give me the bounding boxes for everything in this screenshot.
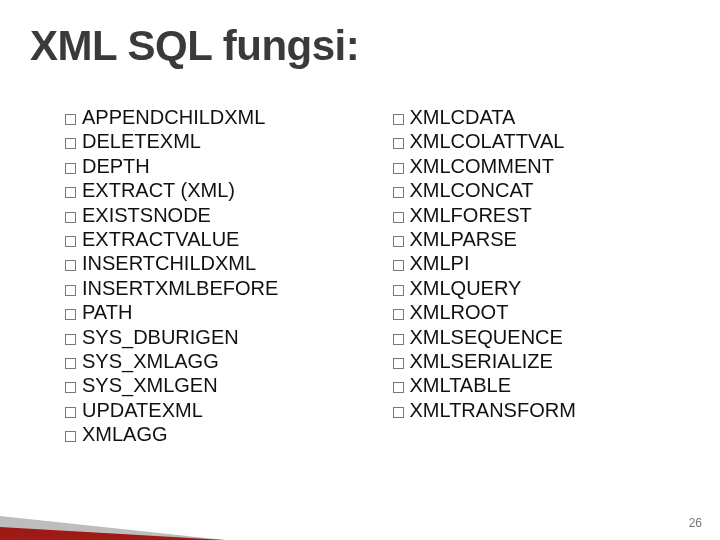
list-item: XMLAGG (65, 422, 353, 446)
list-item-label: EXTRACTVALUE (82, 228, 239, 250)
list-item-label: XMLCOMMENT (410, 155, 554, 177)
bullet-icon (65, 407, 76, 418)
right-column: XMLCDATA XMLCOLATTVAL XMLCOMMENT XMLCONC… (393, 105, 681, 446)
list-item-label: EXISTSNODE (82, 204, 211, 226)
list-item-label: SYS_XMLGEN (82, 374, 218, 396)
list-item: XMLCOLATTVAL (393, 129, 681, 153)
bullet-icon (393, 334, 404, 345)
bullet-icon (393, 285, 404, 296)
bullet-icon (65, 260, 76, 271)
list-item: XMLCOMMENT (393, 154, 681, 178)
list-item-label: XMLAGG (82, 423, 168, 445)
list-item: XMLFOREST (393, 203, 681, 227)
list-item: DELETEXML (65, 129, 353, 153)
content-columns: APPENDCHILDXML DELETEXML DEPTH EXTRACT (… (65, 105, 680, 446)
decorative-wedge-red (0, 527, 225, 540)
list-item: UPDATEXML (65, 398, 353, 422)
list-item-label: XMLFOREST (410, 204, 532, 226)
list-item-label: XMLCONCAT (410, 179, 534, 201)
list-item: DEPTH (65, 154, 353, 178)
list-item: XMLSERIALIZE (393, 349, 681, 373)
bullet-icon (393, 382, 404, 393)
bullet-icon (393, 358, 404, 369)
bullet-icon (65, 382, 76, 393)
list-item: INSERTXMLBEFORE (65, 276, 353, 300)
list-item: EXTRACT (XML) (65, 178, 353, 202)
bullet-icon (393, 407, 404, 418)
list-item: EXTRACTVALUE (65, 227, 353, 251)
bullet-icon (393, 212, 404, 223)
list-item-label: XMLCDATA (410, 106, 516, 128)
bullet-icon (393, 114, 404, 125)
bullet-icon (65, 212, 76, 223)
bullet-icon (65, 138, 76, 149)
left-column: APPENDCHILDXML DELETEXML DEPTH EXTRACT (… (65, 105, 353, 446)
list-item-label: DELETEXML (82, 130, 201, 152)
bullet-icon (65, 236, 76, 247)
bullet-icon (65, 309, 76, 320)
slide: XML SQL fungsi: APPENDCHILDXML DELETEXML… (0, 0, 720, 540)
list-item: SYS_XMLAGG (65, 349, 353, 373)
bullet-icon (65, 285, 76, 296)
bullet-icon (393, 260, 404, 271)
bullet-icon (65, 358, 76, 369)
list-item-label: XMLPARSE (410, 228, 517, 250)
list-item: XMLSEQUENCE (393, 325, 681, 349)
list-item-label: XMLQUERY (410, 277, 522, 299)
list-item: XMLTABLE (393, 373, 681, 397)
list-item-label: INSERTCHILDXML (82, 252, 256, 274)
bullet-icon (393, 138, 404, 149)
list-item: XMLCDATA (393, 105, 681, 129)
list-item-label: SYS_DBURIGEN (82, 326, 239, 348)
list-item-label: APPENDCHILDXML (82, 106, 265, 128)
list-item: XMLPARSE (393, 227, 681, 251)
list-item-label: XMLPI (410, 252, 470, 274)
list-item: XMLPI (393, 251, 681, 275)
bullet-icon (393, 309, 404, 320)
bullet-icon (393, 187, 404, 198)
list-item: INSERTCHILDXML (65, 251, 353, 275)
bullet-icon (65, 163, 76, 174)
list-item-label: XMLTRANSFORM (410, 399, 576, 421)
list-item: SYS_XMLGEN (65, 373, 353, 397)
bullet-icon (393, 163, 404, 174)
bullet-icon (65, 334, 76, 345)
list-item-label: DEPTH (82, 155, 150, 177)
page-number: 26 (689, 516, 702, 530)
list-item: PATH (65, 300, 353, 324)
list-item-label: XMLTABLE (410, 374, 512, 396)
list-item-label: XMLROOT (410, 301, 509, 323)
list-item-label: XMLSEQUENCE (410, 326, 563, 348)
list-item-label: INSERTXMLBEFORE (82, 277, 278, 299)
list-item-label: SYS_XMLAGG (82, 350, 219, 372)
list-item: XMLCONCAT (393, 178, 681, 202)
list-item: APPENDCHILDXML (65, 105, 353, 129)
bullet-icon (65, 114, 76, 125)
list-item-label: PATH (82, 301, 132, 323)
bullet-icon (393, 236, 404, 247)
list-item-label: XMLSERIALIZE (410, 350, 553, 372)
list-item: SYS_DBURIGEN (65, 325, 353, 349)
list-item-label: XMLCOLATTVAL (410, 130, 565, 152)
list-item-label: UPDATEXML (82, 399, 203, 421)
list-item: EXISTSNODE (65, 203, 353, 227)
list-item: XMLROOT (393, 300, 681, 324)
slide-title: XML SQL fungsi: (30, 22, 359, 70)
list-item: XMLTRANSFORM (393, 398, 681, 422)
list-item-label: EXTRACT (XML) (82, 179, 235, 201)
bullet-icon (65, 187, 76, 198)
list-item: XMLQUERY (393, 276, 681, 300)
bullet-icon (65, 431, 76, 442)
